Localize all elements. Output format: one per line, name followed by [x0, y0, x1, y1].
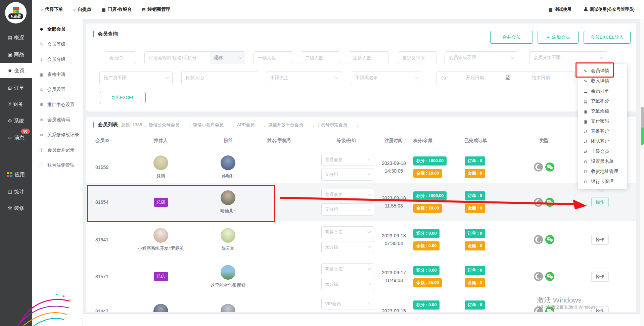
row-level-select[interactable]: 普通会员 [321, 226, 374, 238]
sidebar-item-messages[interactable]: ☺消息80 [0, 130, 32, 145]
team-count-input[interactable] [349, 51, 388, 64]
sidebar-label: 会员 [14, 67, 25, 74]
nav-item-store-cashier[interactable]: ▣门店-收银台 [101, 6, 132, 12]
export-label: 导出EXCEL [111, 95, 134, 101]
member-id: 81641 [95, 237, 108, 242]
keyword-type-select[interactable]: 昵称 [210, 52, 245, 64]
menu-recharge-points[interactable]: ▤充值积分 [578, 96, 627, 106]
menu-label: 直推客户 [591, 128, 609, 134]
submenu-promotion-center[interactable]: ⚙推广中心设置 [32, 97, 83, 112]
menu-team-customers[interactable]: ⇄团队客户 [578, 136, 627, 146]
col-header-level-group: 等级/分组 [337, 138, 356, 144]
nav-item-proxy-order[interactable]: ○代客下单 [40, 6, 63, 12]
fan-avatar [221, 304, 235, 313]
logo-icon [13, 7, 19, 13]
submenu-account-cancel[interactable]: ▢账号注销管理 [32, 157, 83, 173]
excel-import-button[interactable]: 会员EXCEL导入 [584, 31, 631, 44]
sidebar-item-apps[interactable]: 应用 [0, 167, 32, 182]
sidebar-item-decoration[interactable]: ⚒装修 [0, 200, 32, 216]
users-icon: ☻ [39, 27, 44, 32]
submenu-invite-code[interactable]: ‹/›会员邀请码 [32, 112, 83, 127]
menu-address-management[interactable]: ⊟收货地址管理 [578, 167, 627, 177]
submenu-relation-log[interactable]: ∞关系链修改记录 [32, 127, 83, 142]
action-label: 操作 [596, 274, 604, 280]
row-group-select[interactable]: 无分组 [321, 241, 374, 253]
menu-pay-password[interactable]: ▣支付密码 [578, 116, 627, 126]
row-level-select[interactable]: 普通会员 [321, 189, 374, 201]
sidebar-item-finance[interactable]: ¥财务 [0, 96, 32, 112]
add-label: ＋ 添加会员 [546, 34, 570, 40]
member-level-select[interactable]: 会员等级不限 [445, 51, 518, 64]
nav-item-pickup-point[interactable]: ○自提点 [73, 6, 91, 12]
user-menu[interactable]: 测试使用(公众号管理员) [584, 7, 635, 12]
menu-direct-customers[interactable]: ⇄直推客户 [578, 126, 627, 136]
custom-field-input[interactable] [398, 51, 436, 64]
member-id-input[interactable] [105, 51, 136, 64]
truck-icon: ⊟ [583, 179, 588, 184]
row-group-select[interactable]: 无分组 [321, 169, 374, 181]
submenu-qualification[interactable]: ▣资格申请 [32, 67, 83, 82]
menu-upline-member[interactable]: ⇄上级会员 [578, 146, 627, 156]
register-date-range-picker[interactable]: 开始日期 至 结束日期 [436, 72, 574, 84]
sidebar-item-members[interactable]: ☻会员 [0, 63, 32, 78]
col-header-member-id: 会员ID [95, 138, 109, 144]
sidebar-item-orders[interactable]: ⊞订单 [0, 80, 32, 96]
amount-badge: 金额 : 0 [465, 169, 485, 178]
row-level-select[interactable]: 普通会员 [321, 154, 374, 166]
row-action-button[interactable]: 操作 [591, 272, 609, 282]
menu-bankcard-management[interactable]: ⊟银行卡管理 [578, 177, 627, 187]
row-action-button-active[interactable]: 操作 [591, 197, 609, 207]
blacklist-filter-select[interactable]: 不限黑名单 [351, 72, 422, 84]
sidebar-label: 商品 [14, 51, 24, 58]
menu-recharge-balance[interactable]: ▣充值余额 [578, 106, 627, 116]
chevron-down-icon [415, 76, 418, 79]
row-group-value: 无分组 [325, 172, 338, 178]
referrer-avatar [153, 228, 168, 243]
merge-members-button[interactable]: 合并会员 [490, 31, 533, 44]
level1-count-input[interactable] [254, 51, 293, 64]
workspace-switcher[interactable]: ▦测试使用 [548, 7, 571, 12]
sidebar-item-statistics[interactable]: ◫统计 [0, 184, 32, 199]
menu-member-orders[interactable]: ☰会员订单 [578, 86, 627, 96]
submenu-member-groups[interactable]: ↕会员分组 [32, 52, 83, 67]
row-level-select[interactable]: 普通会员 [321, 263, 374, 275]
menu-label: 上级会员 [591, 148, 609, 154]
top-nav: ○代客下单 ○自提点 ▣门店-收银台 ⊟经销商管理 [40, 6, 170, 12]
level2-count-input[interactable] [301, 51, 340, 64]
row-level-value: 普通会员 [325, 266, 342, 272]
fan-name: 陈云龙 [222, 245, 235, 251]
menu-set-blacklist[interactable]: ⊖设置黑名单 [578, 156, 627, 167]
promoter-select[interactable]: 推广员不限 [99, 72, 173, 84]
row-group-select[interactable]: 无分组 [321, 278, 374, 290]
submenu-merge-log[interactable]: ◫会员合并记录 [32, 142, 83, 157]
menu-label: 充值余额 [591, 108, 609, 114]
sidebar-item-system[interactable]: ⚙系统 [0, 113, 32, 129]
date-to-label: 至 [506, 75, 510, 81]
row-action-button[interactable]: 操作 [591, 235, 609, 245]
table-row[interactable]: 81571 总店 这里的空气很新鲜 普通会员 无分组 2023-09-1711:… [86, 258, 636, 295]
scrollbar-thumb[interactable] [641, 107, 644, 128]
wechat-icon [545, 198, 554, 207]
chevron-down-icon [368, 301, 371, 305]
sidebar-item-overview[interactable]: ▤概况 [0, 30, 32, 45]
nav-item-distributor[interactable]: ⊟经销商管理 [142, 6, 170, 12]
submenu-member-levels[interactable]: ⇅会员等级 [32, 37, 83, 52]
add-member-button[interactable]: ＋ 添加会员 [538, 31, 579, 44]
follow-filter-select[interactable]: 不限关注 [266, 72, 342, 84]
keyword-input[interactable] [145, 52, 210, 64]
link-icon: ∞ [39, 132, 44, 137]
sidebar-item-products[interactable]: ▣商品 [0, 47, 32, 62]
row-group-select[interactable]: 无分组 [321, 203, 374, 216]
menu-label: 收货地址管理 [591, 169, 618, 175]
money-icon: ▣ [583, 109, 588, 114]
submenu-all-members[interactable]: ☻全部会员 [32, 21, 83, 37]
code-icon: ‹/› [39, 117, 44, 122]
submenu-member-settings[interactable]: ☺会员设置 [32, 82, 83, 97]
row-level-select[interactable]: VIP会员 [321, 298, 374, 310]
scrollbar-track[interactable] [640, 19, 644, 326]
referrer-id-input[interactable] [181, 72, 258, 84]
table-row[interactable]: 81641 小程序系统开发#罗标英 陈云龙 普通会员 无分组 2023-09-1… [86, 221, 636, 258]
export-excel-button[interactable]: 导出EXCEL [100, 92, 146, 103]
table-row[interactable]: 81659 良情 孙顺利 普通会员 无分组 2023-09-1814:30:05… [86, 151, 636, 183]
annotation-box-member-detail [576, 62, 614, 78]
